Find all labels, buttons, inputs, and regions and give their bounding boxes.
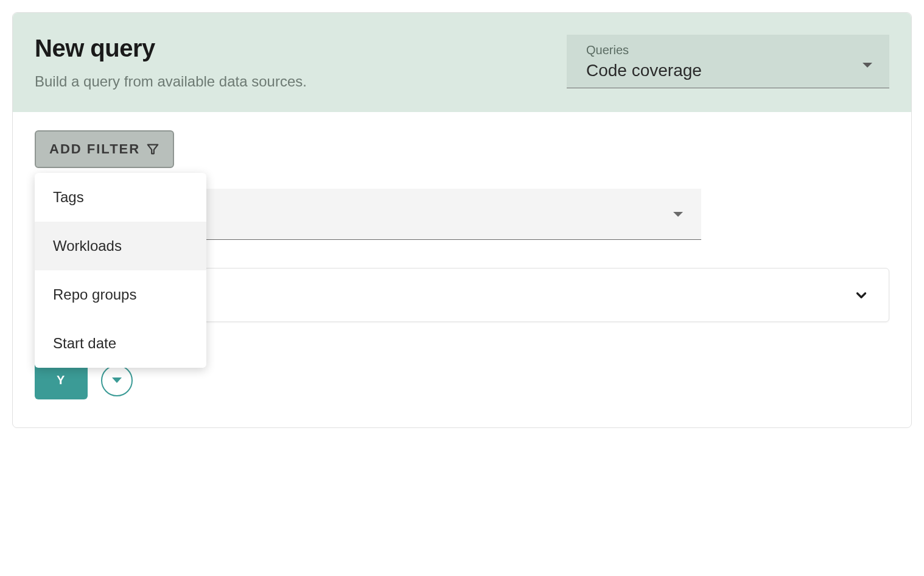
filter-dropdown: Tags Workloads Repo groups Start date <box>35 173 206 368</box>
caret-down-icon <box>112 378 122 383</box>
page-title: New query <box>35 35 567 62</box>
query-card: New query Build a query from available d… <box>12 12 912 428</box>
card-header: New query Build a query from available d… <box>13 13 911 112</box>
run-query-label: Y <box>57 373 66 387</box>
run-query-more-button[interactable] <box>101 365 133 396</box>
filter-option-repo-groups[interactable]: Repo groups <box>35 270 206 319</box>
queries-select-value: Code coverage <box>586 61 877 80</box>
add-filter-label: ADD FILTER <box>49 141 140 157</box>
caret-down-icon <box>673 212 683 217</box>
caret-down-icon <box>863 63 872 68</box>
queries-select-label: Queries <box>586 43 877 57</box>
filter-icon <box>146 142 159 156</box>
filter-option-tags[interactable]: Tags <box>35 173 206 222</box>
add-filter-button[interactable]: ADD FILTER <box>35 130 174 168</box>
queries-select[interactable]: Queries Code coverage <box>567 35 889 88</box>
card-body: ADD FILTER ad ers Y Tags Workloads <box>13 112 911 427</box>
filter-option-start-date[interactable]: Start date <box>35 319 206 368</box>
filter-option-workloads[interactable]: Workloads <box>35 222 206 270</box>
page-subtitle: Build a query from available data source… <box>35 73 567 90</box>
header-left: New query Build a query from available d… <box>35 35 567 90</box>
chevron-down-icon <box>853 287 869 303</box>
svg-marker-0 <box>148 145 158 154</box>
